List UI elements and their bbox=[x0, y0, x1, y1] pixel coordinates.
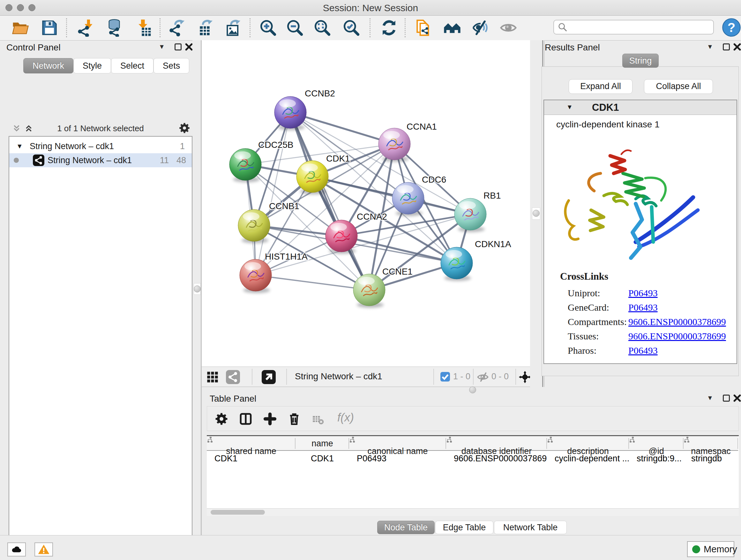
table-panel-menu-icon[interactable]: ▼ bbox=[707, 394, 713, 401]
collapse-all-button[interactable]: Collapse All bbox=[644, 79, 713, 94]
cell-at_id[interactable]: stringdb:9... bbox=[629, 451, 684, 465]
network-current-dot bbox=[14, 158, 19, 163]
help-icon[interactable]: ? bbox=[722, 18, 740, 36]
first-neighbors-icon[interactable] bbox=[443, 19, 461, 37]
control-panel-close-icon[interactable] bbox=[185, 43, 193, 51]
node-RB1[interactable]: RB1 bbox=[455, 191, 501, 232]
network-badge-icon[interactable] bbox=[226, 370, 240, 384]
zoom-out-icon[interactable] bbox=[286, 19, 304, 37]
grid-mode-icon[interactable] bbox=[206, 371, 219, 383]
crosslink-value-genecard[interactable]: P06493 bbox=[628, 302, 658, 313]
column-header-namespace[interactable]: namespac bbox=[684, 436, 738, 451]
control-panel-float-icon[interactable] bbox=[175, 44, 182, 51]
results-panel-menu-icon[interactable]: ▼ bbox=[707, 43, 713, 51]
delete-column-trash-icon[interactable] bbox=[287, 412, 301, 426]
export-image-icon[interactable] bbox=[224, 19, 242, 37]
network-collection-row[interactable]: ▼ String Network – cdk1 1 bbox=[9, 139, 192, 153]
horizontal-splitter-knob[interactable] bbox=[469, 386, 476, 393]
zoom-selected-icon[interactable] bbox=[342, 19, 360, 37]
network-row-selected[interactable]: String Network – cdk1 11 48 bbox=[9, 153, 192, 167]
results-panel-float-icon[interactable] bbox=[723, 44, 730, 51]
export-table-icon[interactable] bbox=[197, 19, 215, 37]
horizontal-splitter[interactable] bbox=[202, 387, 741, 393]
gene-section-header[interactable]: ▼ CDK1 bbox=[544, 100, 737, 115]
network-canvas[interactable]: CCNB2CCNA1CDC25BCDK1CDC6RB1CCNB1CCNA2CDK… bbox=[202, 40, 530, 367]
import-network-from-database-icon[interactable] bbox=[105, 19, 123, 37]
crosslink-label-compartments: Compartments: bbox=[568, 316, 627, 327]
crosslink-value-tissues[interactable]: 9606.ENSP00000378699 bbox=[628, 331, 726, 341]
right-splitter-knob[interactable] bbox=[533, 210, 540, 217]
tab-select[interactable]: Select bbox=[111, 58, 153, 73]
node-label-CCNA1: CCNA1 bbox=[407, 122, 437, 132]
cell-canonical_name[interactable]: P06493 bbox=[349, 451, 446, 465]
results-panel-close-icon[interactable] bbox=[733, 43, 741, 51]
column-header-database_identifier[interactable]: database identifier bbox=[446, 436, 547, 451]
node-label-CCNA2: CCNA2 bbox=[357, 212, 387, 222]
tab-sets[interactable]: Sets bbox=[153, 58, 189, 73]
node-label-HIST1H1A: HIST1H1A bbox=[265, 252, 308, 261]
tab-network-table[interactable]: Network Table bbox=[494, 521, 567, 534]
left-splitter[interactable] bbox=[192, 40, 202, 535]
network-options-gear-icon[interactable] bbox=[179, 122, 190, 134]
column-header-canonical_name[interactable]: canonical name bbox=[349, 436, 446, 451]
tab-style[interactable]: Style bbox=[73, 58, 111, 73]
cell-namespace[interactable]: stringdb bbox=[684, 451, 738, 465]
toolbar-separator bbox=[252, 369, 253, 385]
node-HIST1H1A[interactable]: HIST1H1A bbox=[240, 252, 308, 293]
import-network-from-file-icon[interactable] bbox=[77, 19, 94, 37]
table-scrollbar-thumb[interactable] bbox=[211, 510, 265, 515]
gene-section-expander-icon[interactable]: ▼ bbox=[566, 104, 573, 111]
cell-description[interactable]: cyclin-dependent ... bbox=[547, 451, 629, 465]
open-session-icon[interactable] bbox=[11, 19, 29, 37]
column-header-shared_name[interactable]: shared name bbox=[207, 436, 295, 451]
expand-all-button[interactable]: Expand All bbox=[569, 79, 632, 94]
zoom-fit-icon[interactable] bbox=[313, 19, 331, 37]
cell-shared_name[interactable]: CDK1 bbox=[207, 451, 295, 465]
node-CDC6[interactable]: CDC6 bbox=[392, 175, 446, 216]
select-columns-icon[interactable] bbox=[239, 412, 253, 426]
column-header-description[interactable]: description bbox=[547, 436, 629, 451]
warnings-button[interactable] bbox=[35, 543, 53, 557]
cell-database_identifier[interactable]: 9606.ENSP00000378699 bbox=[446, 451, 547, 465]
control-panel-menu-icon[interactable]: ▼ bbox=[158, 43, 165, 51]
delete-table-icon-disabled bbox=[312, 414, 324, 426]
left-splitter-knob[interactable] bbox=[194, 286, 201, 293]
crosslink-label-genecard: GeneCard: bbox=[568, 302, 609, 313]
string-network-graph[interactable]: CCNB2CCNA1CDC25BCDK1CDC6RB1CCNB1CCNA2CDK… bbox=[202, 40, 530, 367]
hide-selected-icon[interactable] bbox=[472, 19, 489, 37]
function-builder-icon-disabled: f(x) bbox=[337, 411, 354, 424]
tab-node-table[interactable]: Node Table bbox=[377, 521, 434, 534]
tab-network[interactable]: Network bbox=[23, 58, 73, 73]
memory-button[interactable]: Memory bbox=[687, 541, 734, 557]
node-CDKN1A[interactable]: CDKN1A bbox=[441, 239, 511, 281]
import-table-from-file-icon[interactable] bbox=[134, 19, 152, 37]
birdseye-view-icon[interactable] bbox=[262, 370, 276, 384]
add-column-icon[interactable] bbox=[263, 412, 277, 426]
crosslink-value-compartments[interactable]: 9606.ENSP00000378699 bbox=[628, 316, 726, 327]
search-input[interactable] bbox=[553, 20, 714, 35]
export-network-icon[interactable] bbox=[169, 19, 186, 37]
table-panel-close-icon[interactable] bbox=[733, 394, 741, 402]
selected-checkbox-icon[interactable] bbox=[441, 372, 450, 381]
node-label-CCNB2: CCNB2 bbox=[305, 88, 335, 98]
column-header-name[interactable]: name bbox=[295, 436, 349, 451]
pan-crosshair-icon[interactable] bbox=[518, 370, 532, 384]
cell-name[interactable]: CDK1 bbox=[295, 451, 349, 465]
crosslink-value-uniprot[interactable]: P06493 bbox=[628, 288, 658, 299]
cloud-button[interactable] bbox=[7, 543, 26, 557]
show-all-icon[interactable] bbox=[499, 19, 517, 37]
table-panel-float-icon[interactable] bbox=[723, 395, 730, 401]
tab-string-results[interactable]: String bbox=[622, 54, 659, 68]
network-from-clipboard-icon[interactable] bbox=[414, 19, 432, 37]
node-table[interactable]: shared nameCDK1nameCDK1canonical nameP06… bbox=[207, 435, 739, 516]
crosslink-value-pharos[interactable]: P06493 bbox=[628, 345, 658, 356]
refresh-view-icon[interactable] bbox=[380, 19, 398, 37]
column-header-at_id[interactable]: @id bbox=[629, 436, 684, 451]
save-session-icon[interactable] bbox=[41, 19, 58, 37]
table-gear-icon[interactable] bbox=[215, 412, 228, 426]
node-CCNB1[interactable]: CCNB1 bbox=[238, 201, 299, 243]
tab-edge-table[interactable]: Edge Table bbox=[435, 521, 493, 534]
table-horizontal-scrollbar[interactable] bbox=[207, 508, 739, 516]
zoom-in-icon[interactable] bbox=[259, 19, 277, 37]
collection-expander-icon[interactable]: ▼ bbox=[16, 139, 23, 153]
